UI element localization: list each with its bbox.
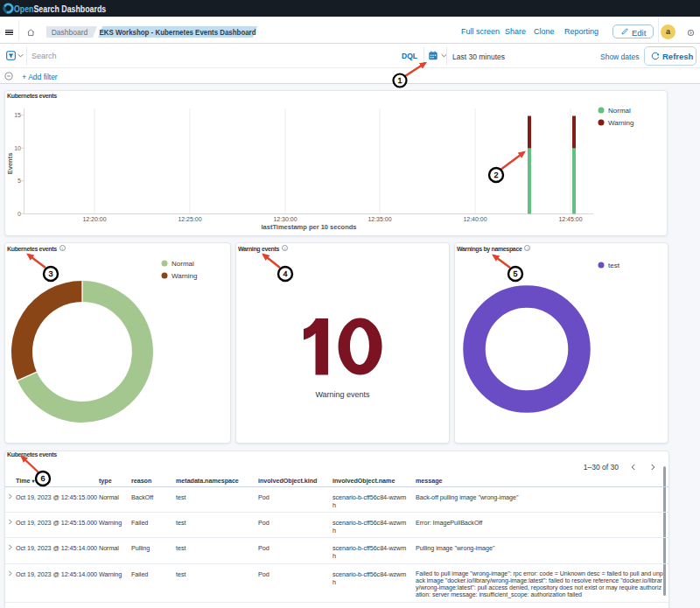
svg-text:5: 5 [513, 269, 517, 278]
svg-text:6: 6 [40, 474, 45, 483]
svg-text:3: 3 [48, 269, 52, 278]
svg-text:1: 1 [397, 76, 402, 85]
svg-text:4: 4 [283, 269, 287, 278]
svg-text:2: 2 [494, 171, 498, 179]
